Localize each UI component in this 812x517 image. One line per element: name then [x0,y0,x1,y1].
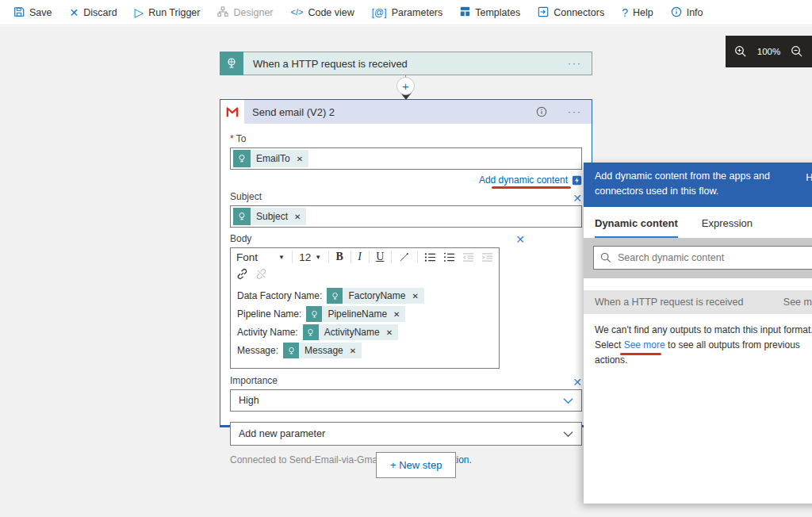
message-token-chip[interactable]: Message ✕ [283,343,362,358]
activityname-token-chip[interactable]: ActivityName ✕ [303,324,398,340]
connectors-icon [538,6,549,19]
card-menu-button[interactable]: ··· [558,106,592,117]
body-line: Data Factory Name: FactoryName ✕ [237,288,492,304]
discard-label: Discard [83,7,117,18]
font-family-dropdown[interactable]: Font ▼ [236,251,285,263]
http-request-icon [220,52,243,75]
templates-label: Templates [475,7,520,18]
send-email-card-body: * To EmailTo ✕ Add dynamic content [220,124,592,465]
chip-remove-icon[interactable]: ✕ [386,328,393,337]
section-see-more-link[interactable]: See more [783,297,812,308]
required-asterisk: * [230,133,234,144]
clear-subject-icon[interactable]: ✕ [573,193,582,204]
bullet-list-icon[interactable] [424,252,436,262]
code-icon: </> [291,8,304,17]
clear-importance-icon[interactable]: ✕ [573,377,582,388]
insert-link-icon[interactable] [236,268,248,280]
add-dynamic-content-row: Add dynamic content [230,174,582,186]
body-line: Pipeline Name: PipelineName ✕ [237,306,492,322]
body-editor-content[interactable]: Data Factory Name: FactoryName ✕ Pipelin… [231,282,499,368]
body-line: Message: Message ✕ [237,343,492,358]
bold-button[interactable]: B [336,251,343,263]
card-info-icon[interactable] [536,106,547,117]
http-request-icon [303,324,319,340]
body-field-label: Body [230,233,251,244]
panel-hide-button[interactable]: Hide [806,169,812,186]
tab-expression[interactable]: Expression [702,217,753,238]
clear-body-icon[interactable]: ✕ [515,234,525,245]
see-more-link[interactable]: See more [624,339,665,350]
body-rich-text-editor[interactable]: Font ▼ 12 ▼ B I U [230,247,500,369]
factoryname-token-chip[interactable]: FactoryName ✕ [327,288,423,304]
italic-button[interactable]: I [358,251,362,263]
remove-link-icon[interactable] [255,268,267,280]
to-input[interactable]: EmailTo ✕ [230,147,582,170]
designer-button: Designer [209,0,282,25]
chip-remove-icon[interactable]: ✕ [297,155,303,163]
zoom-level: 100% [757,47,780,56]
parameters-icon: [@] [372,8,387,17]
chip-remove-icon[interactable]: ✕ [412,292,418,301]
save-icon [13,6,25,19]
importance-select[interactable]: High [230,389,582,412]
chip-remove-icon[interactable]: ✕ [294,213,301,221]
insert-step-button[interactable]: + [396,77,415,95]
dynamic-content-flag-icon [572,175,582,186]
designer-canvas[interactable]: 100% When a HTTP request is received ···… [0,26,812,517]
send-email-card-header[interactable]: Send email (V2) 2 ··· [220,100,592,124]
designer-label: Designer [233,7,273,18]
search-icon [600,252,611,263]
http-request-icon [233,150,251,167]
connectors-button[interactable]: Connectors [529,0,613,25]
add-dynamic-content-link[interactable]: Add dynamic content [479,174,582,186]
info-button[interactable]: Info [662,0,712,25]
templates-button[interactable]: Templates [451,0,529,25]
chip-remove-icon[interactable]: ✕ [393,310,400,319]
tab-dynamic-content[interactable]: Dynamic content [595,217,678,238]
emailto-token-chip[interactable]: EmailTo ✕ [233,150,308,167]
help-button[interactable]: ? Help [613,0,662,25]
send-email-card[interactable]: Send email (V2) 2 ··· * To EmailTo ✕ [220,99,592,427]
trigger-menu-button[interactable]: ··· [558,58,592,69]
body-line: Activity Name: ActivityName ✕ [237,324,492,340]
subject-input[interactable]: Subject ✕ [230,205,582,228]
parameters-label: Parameters [392,7,443,18]
save-button[interactable]: Save [5,0,61,25]
subject-token-chip[interactable]: Subject ✕ [233,208,306,225]
underline-button[interactable]: U [376,251,384,263]
no-outputs-message: We can't find any outputs to match this … [584,314,812,377]
gmail-icon [220,100,244,124]
help-icon: ? [622,7,628,18]
run-trigger-button[interactable]: ▷ Run Trigger [126,0,209,25]
panel-tabs: Dynamic content Expression [584,207,812,238]
indent-icon[interactable] [481,252,493,262]
zoom-in-icon[interactable] [734,45,747,58]
save-label: Save [29,7,52,18]
help-label: Help [633,7,653,18]
chip-remove-icon[interactable]: ✕ [350,347,356,355]
http-request-icon [327,288,343,304]
new-step-button[interactable]: + New step [376,452,456,478]
chevron-down-icon [563,397,573,404]
run-trigger-label: Run Trigger [148,7,200,18]
http-request-icon [283,343,299,358]
discard-x-icon: ✕ [70,7,79,18]
discard-button[interactable]: ✕ Discard [61,0,126,25]
search-dynamic-content-input[interactable] [618,252,812,263]
http-request-icon [306,306,322,322]
zoom-out-icon[interactable] [791,45,803,58]
parameters-button[interactable]: [@] Parameters [363,0,451,25]
annotation-underline [620,353,661,355]
dynamic-content-panel: Add dynamic content from the apps and co… [584,163,812,504]
add-new-parameter-select[interactable]: Add new parameter [230,422,582,446]
annotation-underline [492,186,571,189]
trigger-card[interactable]: When a HTTP request is received ··· [220,52,592,75]
code-view-button[interactable]: </> Code view [282,0,363,25]
numbered-list-icon[interactable] [443,252,455,262]
panel-header: Add dynamic content from the apps and co… [584,163,812,207]
text-color-pen-icon[interactable] [399,251,410,262]
outdent-icon[interactable] [462,252,474,262]
font-size-dropdown[interactable]: 12 ▼ [299,251,321,263]
chevron-down-icon [563,431,573,438]
pipelinename-token-chip[interactable]: PipelineName ✕ [306,306,405,322]
